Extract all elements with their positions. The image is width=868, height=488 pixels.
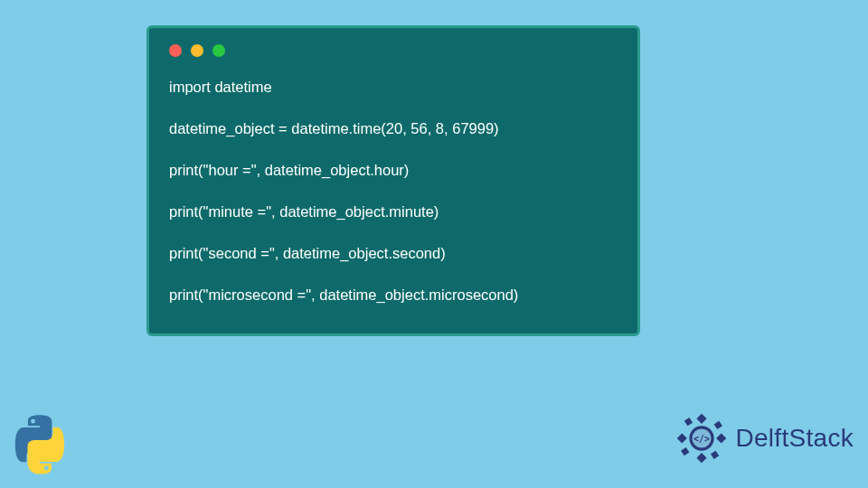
code-block: import datetimedatetime_object = datetim… — [169, 77, 618, 306]
minimize-icon — [191, 44, 203, 57]
window-traffic-lights — [169, 44, 618, 57]
python-logo-icon — [9, 414, 71, 475]
code-line: print("second =", datetime_object.second… — [169, 243, 618, 264]
brand-logo: </> DelftStack — [674, 410, 854, 466]
close-icon — [169, 44, 182, 57]
delftstack-icon: </> — [674, 410, 730, 466]
code-line: print("minute =", datetime_object.minute… — [169, 202, 618, 222]
code-line: datetime_object = datetime.time(20, 56, … — [169, 118, 618, 139]
svg-text:</>: </> — [693, 434, 710, 444]
code-card: import datetimedatetime_object = datetim… — [146, 25, 640, 336]
brand-text: DelftStack — [735, 424, 854, 453]
code-line: import datetime — [169, 77, 618, 98]
code-line: print("hour =", datetime_object.hour) — [169, 160, 618, 181]
code-line: print("microsecond =", datetime_object.m… — [169, 285, 618, 305]
maximize-icon — [212, 44, 225, 57]
